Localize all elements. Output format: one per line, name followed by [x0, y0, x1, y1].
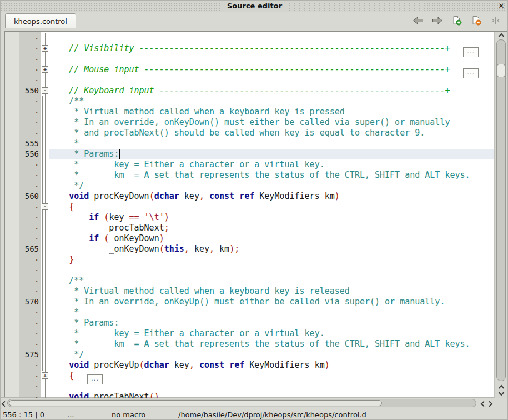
- code-row[interactable]: 570 * In an override, onKeyUp() must eit…: [5, 297, 495, 307]
- code-line-text[interactable]: void procTabNext(): [49, 392, 495, 398]
- line-number-dot: ·: [19, 64, 39, 75]
- code-line-text[interactable]: * Virtual method called when a keyboard …: [49, 107, 495, 117]
- code-row[interactable]: · /**: [5, 96, 495, 107]
- fold-expand-icon[interactable]: +: [42, 45, 48, 52]
- editor-rows[interactable]: ··+ // Visibility ----------------------…: [5, 33, 495, 398]
- code-line-text[interactable]: */: [49, 181, 495, 191]
- code-line-text[interactable]: * Virtual method called when a keyboard …: [49, 286, 495, 297]
- horizontal-scroll-thumb[interactable]: [9, 400, 382, 406]
- line-number-dot: ·: [19, 181, 39, 191]
- code-row[interactable]: 550- // Keyboard input -----------------…: [5, 86, 495, 96]
- code-line-text[interactable]: _onKeyDown(this, key, km);: [49, 244, 495, 254]
- code-row[interactable]: · *: [5, 307, 495, 318]
- scroll-up-icon[interactable]: [498, 33, 505, 38]
- scroll-left-icon[interactable]: [1, 401, 6, 407]
- close-icon[interactable]: ✕: [497, 1, 506, 12]
- close-document-icon[interactable]: [470, 15, 482, 26]
- scroll-right-icon[interactable]: [488, 401, 493, 407]
- code-row[interactable]: · * km = A set that represents the statu…: [5, 339, 495, 349]
- code-row[interactable]: 555 *: [5, 138, 495, 149]
- code-row[interactable]: · /**: [5, 276, 495, 286]
- title-bar[interactable]: Source editor ✕: [1, 1, 508, 12]
- code-line-text[interactable]: void procKeyUp(dchar key, const ref KeyM…: [49, 360, 495, 371]
- line-number-dot: ·: [19, 392, 39, 398]
- code-row[interactable]: · * In an override, onKeyDown() must eit…: [5, 117, 495, 128]
- code-line-text[interactable]: if (key == '\t'): [49, 212, 495, 223]
- code-row[interactable]: ·+ // Mouse input ----------------------…: [5, 64, 495, 75]
- status-file-path: /home/basile/Dev/dproj/kheops/src/kheops…: [178, 411, 366, 419]
- code-line-text[interactable]: * km = A set that represents the status …: [49, 170, 495, 181]
- code-line-text[interactable]: procTabNext;: [49, 223, 495, 233]
- code-line-text[interactable]: /**: [49, 96, 495, 107]
- line-number-dot: ·: [19, 33, 39, 43]
- code-row[interactable]: · procTabNext;: [5, 223, 495, 233]
- code-row[interactable]: ·: [5, 265, 495, 276]
- previous-location-icon[interactable]: [412, 15, 424, 26]
- line-number: 550: [19, 86, 39, 96]
- line-number-dot: ·: [19, 202, 39, 212]
- code-row[interactable]: · * Virtual method called when a keyboar…: [5, 107, 495, 117]
- code-line-text[interactable]: * key = Either a character or a virtual …: [49, 159, 495, 170]
- code-row[interactable]: · * key = Either a character or a virtua…: [5, 328, 495, 339]
- code-line-text[interactable]: // Keyboard input ----------------------…: [49, 86, 495, 96]
- scroll-left-right-icon[interactable]: [480, 401, 485, 407]
- code-line-text[interactable]: void procKeyDown(dchar key, const ref Ke…: [49, 191, 495, 202]
- vertical-scroll-track[interactable]: [496, 39, 506, 381]
- tab-kheops-control[interactable]: kheops.control: [5, 13, 76, 28]
- horizontal-scrollbar[interactable]: [1, 397, 508, 408]
- status-pending: ...: [67, 411, 74, 419]
- code-line-text[interactable]: *: [49, 307, 495, 318]
- line-number-dot: ·: [19, 307, 39, 318]
- code-row[interactable]: · if (_onKeyDown): [5, 233, 495, 244]
- code-line-text[interactable]: */: [49, 349, 495, 360]
- line-number-dot: ·: [19, 212, 39, 223]
- code-line-text[interactable]: * In an override, onKeyUp() must either …: [49, 297, 495, 307]
- code-row[interactable]: · * key = Either a character or a virtua…: [5, 159, 495, 170]
- code-row[interactable]: ·+ {...: [5, 371, 495, 381]
- code-line-text[interactable]: * key = Either a character or a virtual …: [49, 328, 495, 339]
- code-line-text[interactable]: * and procTabNext() should be called whe…: [49, 128, 495, 138]
- code-line-text[interactable]: * km = A set that represents the status …: [49, 339, 495, 349]
- code-row[interactable]: 565 _onKeyDown(this, key, km);: [5, 244, 495, 254]
- code-row[interactable]: · */: [5, 181, 495, 191]
- code-row[interactable]: 560 void procKeyDown(dchar key, const re…: [5, 191, 495, 202]
- code-row[interactable]: · * Virtual method called when a keyboar…: [5, 286, 495, 297]
- new-document-icon[interactable]: [451, 15, 463, 26]
- code-line-text[interactable]: {: [49, 202, 495, 212]
- fold-collapse-icon[interactable]: -: [42, 203, 48, 210]
- code-line-text[interactable]: * In an override, onKeyDown() must eithe…: [49, 117, 495, 128]
- code-row[interactable]: · void procTabNext(): [5, 392, 495, 398]
- code-row[interactable]: ·: [5, 381, 495, 392]
- fold-expand-icon[interactable]: +: [42, 66, 48, 73]
- code-line-text[interactable]: *: [49, 138, 495, 149]
- code-row[interactable]: · }: [5, 254, 495, 265]
- current-line-row[interactable]: 556 * Params:: [5, 149, 495, 159]
- next-location-icon[interactable]: [431, 15, 444, 26]
- fold-collapse-icon[interactable]: -: [42, 87, 48, 94]
- code-row[interactable]: · if (key == '\t'): [5, 212, 495, 223]
- code-line-text[interactable]: * Params:: [49, 318, 495, 328]
- code-line-text[interactable]: /**: [49, 276, 495, 286]
- code-row[interactable]: ·: [5, 75, 495, 86]
- code-row[interactable]: · * km = A set that represents the statu…: [5, 170, 495, 181]
- code-line-text[interactable]: }: [49, 254, 495, 265]
- code-row[interactable]: 575 */: [5, 349, 495, 360]
- code-row[interactable]: ·- {: [5, 202, 495, 212]
- code-row[interactable]: · * Params:: [5, 318, 495, 328]
- code-row[interactable]: ·: [5, 54, 495, 64]
- source-editor-window: Source editor ✕ kheops.control: [0, 0, 508, 420]
- scroll-down-icon[interactable]: [498, 391, 505, 396]
- code-editor[interactable]: ··+ // Visibility ----------------------…: [4, 31, 508, 398]
- horizontal-scroll-track[interactable]: [7, 399, 476, 407]
- code-line-text[interactable]: * Params:: [49, 149, 495, 159]
- split-view-icon[interactable]: [490, 15, 502, 26]
- vertical-scroll-thumb[interactable]: [497, 64, 505, 77]
- fold-expand-icon[interactable]: +: [42, 372, 48, 379]
- scroll-up-bottom-icon[interactable]: [498, 384, 505, 389]
- code-row[interactable]: ·+ // Visibility -----------------------…: [5, 43, 495, 54]
- code-row[interactable]: · void procKeyUp(dchar key, const ref Ke…: [5, 360, 495, 371]
- code-row[interactable]: · * and procTabNext() should be called w…: [5, 128, 495, 138]
- code-line-text[interactable]: if (_onKeyDown): [49, 233, 495, 244]
- code-row[interactable]: ·: [5, 33, 495, 43]
- vertical-scrollbar[interactable]: [494, 32, 508, 398]
